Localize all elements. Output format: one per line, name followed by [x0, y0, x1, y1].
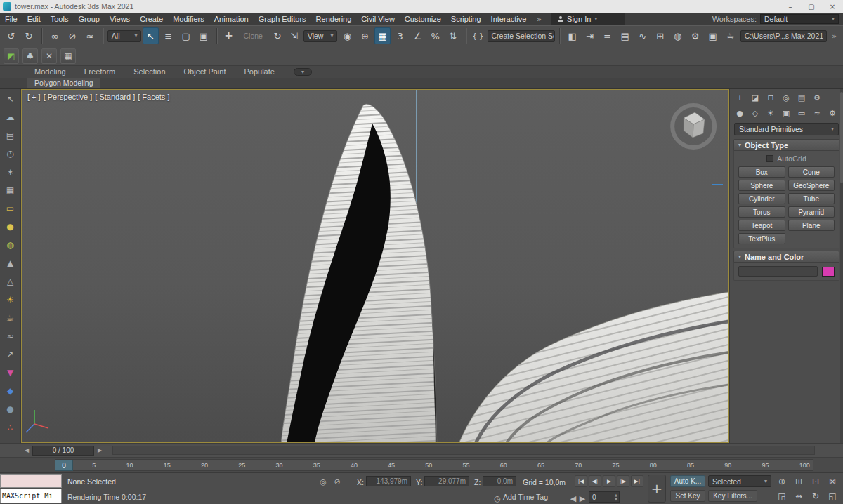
pyramid-icon[interactable]: △ — [3, 273, 18, 289]
pan-icon[interactable]: ⇹ — [791, 490, 806, 502]
undo-icon[interactable]: ↺ — [3, 27, 20, 44]
panel-scrollbar[interactable] — [840, 89, 843, 443]
schematic-view-icon[interactable]: ⊞ — [652, 27, 669, 44]
key-filters-button[interactable]: Key Filters... — [708, 490, 757, 502]
zoom-region-icon[interactable]: ◲ — [774, 490, 790, 502]
reference-coordinate-dropdown[interactable]: View ▾ — [303, 30, 338, 42]
angle-snap-icon[interactable]: ∠ — [410, 27, 426, 44]
tab-polygon-modeling[interactable]: Polygon Modeling — [27, 78, 100, 88]
orb-icon[interactable]: ● — [3, 401, 18, 417]
menu-item[interactable]: Edit — [22, 13, 46, 25]
time-tick[interactable]: 45 — [388, 462, 395, 469]
geosphere-icon[interactable]: ◍ — [3, 237, 18, 253]
maxscript-listener-field[interactable]: MAXScript Mi — [0, 489, 62, 503]
menu-item[interactable]: File — [0, 13, 22, 25]
modify-tab-icon[interactable]: ◪ — [748, 91, 762, 105]
object-color-swatch[interactable] — [822, 267, 835, 277]
viewport-menu[interactable]: [ Standard ] — [95, 93, 135, 101]
orbit-icon[interactable]: ↻ — [808, 490, 823, 502]
time-tick[interactable]: 10 — [126, 462, 133, 469]
time-tick[interactable]: 15 — [164, 462, 171, 469]
viewport-menu[interactable]: [ Perspective ] — [44, 93, 93, 101]
selection-set-key-dropdown[interactable]: Selected ▾ — [708, 475, 771, 487]
spacewarps-icon[interactable]: ≈ — [810, 106, 824, 120]
select-and-manipulate-icon[interactable]: ⊕ — [356, 27, 373, 44]
marker-icon[interactable]: ▼ — [3, 364, 18, 380]
primitive-button[interactable]: Sphere — [738, 180, 785, 191]
toolbar-overflow-icon[interactable]: » — [828, 32, 840, 41]
material-editor-icon[interactable]: ◍ — [669, 27, 686, 44]
ribbon-tab[interactable]: Freeform — [75, 66, 125, 78]
previous-frame-icon[interactable]: ◀| — [589, 475, 601, 487]
time-ruler[interactable]: 0510152025303540455055606570758085909510… — [55, 459, 813, 471]
sun-icon[interactable]: ☀ — [3, 291, 18, 307]
particle-flow-icon[interactable]: ◩ — [4, 48, 19, 64]
sphere-icon[interactable]: ● — [3, 218, 18, 234]
grid-helper-icon[interactable]: ▦ — [3, 182, 18, 198]
ribbon-tab[interactable]: Modeling — [25, 66, 75, 78]
motion-tab-icon[interactable]: ◎ — [779, 91, 793, 105]
geometry-icon[interactable]: ● — [733, 106, 747, 120]
window-crossing-icon[interactable]: ▣ — [195, 27, 212, 44]
keyboard-override-icon[interactable]: ▦ — [374, 27, 390, 44]
time-tick[interactable]: 5 — [92, 462, 96, 469]
close-button[interactable]: × — [822, 0, 843, 13]
teapot-icon[interactable]: ☕ — [3, 310, 18, 326]
menu-item[interactable]: Views — [105, 13, 135, 25]
select-cursor-icon[interactable]: ↖ — [3, 91, 18, 107]
time-tick[interactable]: 95 — [762, 462, 769, 469]
select-and-link-icon[interactable]: ∞ — [46, 27, 63, 44]
select-and-scale-icon[interactable]: ⇲ — [287, 27, 302, 44]
menu-item[interactable]: Animation — [209, 13, 254, 25]
frame-forward-icon[interactable]: ▶ — [94, 446, 105, 456]
time-slider-handle[interactable]: 0 — [55, 460, 73, 471]
time-tick[interactable]: 25 — [238, 462, 245, 469]
time-tick[interactable]: 40 — [351, 462, 358, 469]
cloud-icon[interactable]: ☁ — [3, 109, 18, 125]
selection-filter-dropdown[interactable]: All ▾ — [107, 30, 142, 42]
time-tick[interactable]: 70 — [575, 462, 582, 469]
select-and-rotate-icon[interactable]: ↻ — [270, 27, 285, 44]
align-icon[interactable]: ⇥ — [582, 27, 599, 44]
named-selection-sets-icon[interactable]: { } — [471, 27, 486, 44]
time-tick[interactable]: 90 — [724, 462, 731, 469]
primitive-button[interactable]: Pyramid — [788, 206, 835, 218]
select-by-name-icon[interactable]: ≡ — [160, 27, 177, 44]
selection-lock-icon[interactable]: ⊘ — [332, 476, 343, 487]
time-tick[interactable]: 85 — [687, 462, 694, 469]
menu-item[interactable]: Interactive — [486, 13, 532, 25]
use-pivot-center-icon[interactable]: ◉ — [339, 27, 355, 44]
percent-snap-icon[interactable]: % — [427, 27, 444, 44]
time-tick[interactable]: 60 — [500, 462, 507, 469]
wave-icon[interactable]: ≈ — [3, 328, 18, 344]
rendered-frame-icon[interactable]: ▣ — [705, 27, 721, 44]
unlink-selection-icon[interactable]: ⊘ — [64, 27, 81, 44]
utilities-tab-icon[interactable]: ⚙ — [810, 91, 824, 105]
current-frame-field[interactable]: 0 ▲ ▼ — [589, 491, 620, 503]
zoom-all-icon[interactable]: ⊞ — [791, 475, 806, 487]
shapes-icon[interactable]: ◇ — [748, 106, 762, 120]
hierarchy-tab-icon[interactable]: ⊟ — [764, 91, 778, 105]
render-setup-icon[interactable]: ⚙ — [687, 27, 704, 44]
time-tick[interactable]: 100 — [799, 462, 810, 469]
data-grid-icon[interactable]: ▦ — [60, 48, 76, 64]
y-coordinate-field[interactable]: -29,077m — [424, 476, 469, 486]
menu-item[interactable]: Create — [135, 13, 168, 25]
next-key-icon[interactable]: ▶ — [578, 493, 587, 504]
color-dots-icon[interactable]: ∴ — [3, 419, 18, 435]
bind-to-space-warp-icon[interactable]: ≈ — [81, 27, 98, 44]
arrow-helper-icon[interactable]: ↗ — [3, 346, 18, 362]
primitive-button[interactable]: Tube — [788, 193, 835, 204]
create-tab-icon[interactable]: + — [733, 91, 747, 105]
frame-back-icon[interactable]: ◀ — [21, 446, 32, 456]
time-tick[interactable]: 50 — [425, 462, 432, 469]
macro-recorder-field[interactable] — [0, 474, 62, 488]
name-and-color-rollout-header[interactable]: ▾ Name and Color — [733, 251, 839, 263]
menu-item[interactable]: Rendering — [311, 13, 357, 25]
primitive-button[interactable]: TextPlus — [738, 233, 785, 244]
zoom-icon[interactable]: ⊕ — [774, 475, 790, 487]
primitive-button[interactable]: Box — [738, 166, 785, 178]
menu-item[interactable]: Civil View — [356, 13, 399, 25]
ribbon-toggle-icon[interactable]: ▤ — [617, 27, 634, 44]
gem-icon[interactable]: ◆ — [3, 383, 18, 399]
